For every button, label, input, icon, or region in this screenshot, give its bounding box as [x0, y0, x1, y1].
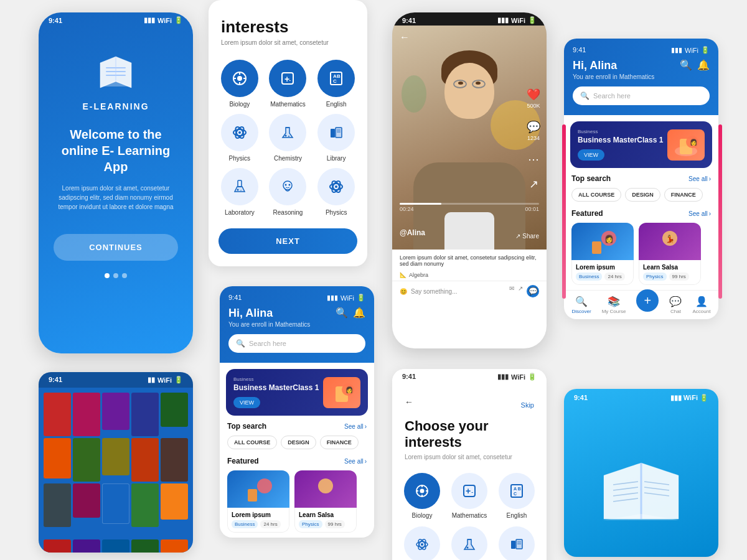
status-time-1: 9:41 [49, 17, 62, 24]
svg-point-47 [257, 478, 272, 493]
app-status-bar-5: 9:41 ▮▮▮ WiFi 🔋 [228, 294, 365, 302]
status-icons-3: ▮▮▮ WiFi 🔋 [497, 16, 537, 24]
tag-finance[interactable]: FINANCE [664, 188, 703, 202]
featured-header: Featured See all › [571, 209, 711, 218]
choose-chem[interactable]: Chemistry [449, 526, 489, 560]
card1-tag: Business [576, 273, 602, 281]
search-bar-5[interactable]: 🔍 Search here [228, 334, 365, 353]
subject-item-reasoning[interactable]: Reasoning [267, 168, 309, 216]
choose-physics[interactable]: Physics [402, 526, 442, 560]
subject-item-physics[interactable]: Physics [218, 114, 261, 162]
bell-icon-5[interactable]: 🔔 [353, 307, 365, 319]
subject-item-physics2[interactable]: Physics [315, 168, 357, 216]
tag-design[interactable]: DESIGN [625, 188, 660, 202]
tag-all-course[interactable]: ALL COURSE [571, 188, 621, 202]
signal-icon-5: ▮▮▮ [327, 294, 338, 302]
nav-add-button[interactable]: + [636, 289, 659, 312]
choose-label-eng: English [507, 512, 527, 519]
tag-finance-5[interactable]: FINANCE [320, 436, 359, 449]
subject-item-english[interactable]: A B C English [315, 60, 357, 108]
choose-icon-bio [404, 473, 440, 509]
book-6 [44, 438, 71, 478]
svg-rect-20 [331, 129, 335, 138]
see-all-top-search[interactable]: See all › [688, 175, 711, 182]
book-9 [131, 438, 159, 482]
like-action[interactable]: ❤️ 500K [527, 88, 540, 109]
svg-point-27 [283, 181, 292, 190]
card2-title: Learn Salsa [643, 264, 697, 271]
comment-action[interactable]: 💬 1234 [527, 120, 540, 141]
choose-icon-math: + - [451, 473, 487, 509]
share-arrow-icon: ↗ [515, 233, 520, 240]
nav-chat[interactable]: 💬 Chat [669, 296, 682, 314]
see-all-5[interactable]: See all› [344, 423, 367, 430]
chat-bubble-icon[interactable]: 💬 [527, 285, 539, 297]
featured-hdr-5: Featured See all› [227, 457, 367, 465]
choose-biology[interactable]: Biology [402, 473, 442, 519]
nav-account[interactable]: 👤 Account [693, 296, 711, 314]
video-share-btn[interactable]: ↗ Share [515, 233, 539, 240]
tag-design-5[interactable]: DESIGN [281, 436, 316, 449]
next-button[interactable]: NEXT [218, 228, 357, 254]
featured-card-1[interactable]: 👩 Lorem ipsum Business 24 hrs [571, 223, 634, 285]
choose-english[interactable]: A B C English [497, 473, 537, 519]
card1-image: 👩 [571, 223, 634, 260]
choose-math[interactable]: + - Mathematics [449, 473, 489, 519]
dot-1 [105, 273, 110, 278]
featured-card-2[interactable]: 💃 Learn Salsa Physics 99 hrs [639, 223, 701, 285]
banner-view-button[interactable]: VIEW [578, 149, 604, 161]
choose-back-btn[interactable]: ← [405, 397, 413, 407]
tag-all-5[interactable]: ALL COURSE [227, 436, 277, 449]
video-user-label: @Alina [400, 228, 425, 237]
feat-card-5-1[interactable]: Lorem ipsum Business 24 hrs [227, 470, 289, 533]
svg-text:👩: 👩 [345, 386, 354, 394]
battery-icon: 🔋 [174, 16, 183, 24]
search-icon-5[interactable]: 🔍 [336, 307, 348, 319]
subject-item-biology[interactable]: Biology [218, 60, 261, 108]
say-something-bar[interactable]: 😊 Say something... ✉ ↗ 💬 [392, 281, 547, 301]
card5-2-tags: Physics 99 hrs [299, 520, 352, 528]
subject-label-laboratory: Laboratory [225, 209, 255, 216]
search-bar[interactable]: 🔍 Search here [573, 86, 710, 105]
phone7-status: 9:41 ▮▮▮ WiFi 🔋 [392, 369, 547, 385]
video-back-button[interactable]: ← [400, 32, 410, 43]
nav-my-course[interactable]: 📚 My Course [602, 296, 626, 314]
book-13 [102, 483, 129, 524]
share-action[interactable]: ↗ [529, 177, 538, 191]
header-actions: 🔍 🔔 [680, 59, 710, 71]
subject-item-library[interactable]: Library [315, 114, 357, 162]
subject-item-chemistry[interactable]: Chemistry [267, 114, 309, 162]
svg-point-25 [237, 189, 238, 191]
phone-elearning-splash: 9:41 ▮▮▮ WiFi 🔋 E-LEARNING Welcome to th… [39, 12, 193, 353]
progress-bg [400, 203, 539, 205]
phone-choose-interests: 9:41 ▮▮▮ WiFi 🔋 ← Skip Choose your inter… [392, 369, 547, 560]
see-all-feat-5[interactable]: See all› [344, 458, 367, 465]
skip-btn[interactable]: Skip [521, 401, 534, 409]
search-icon-header[interactable]: 🔍 [680, 59, 692, 71]
battery-icon-4: 🔋 [701, 46, 710, 54]
banner-btn-5[interactable]: VIEW [233, 397, 260, 408]
card5-2-hrs: 99 hrs [325, 520, 345, 528]
featured-section: Featured See all › 👩 Lorem ipsum [564, 204, 718, 290]
banner-text-5: Business Business MasterClass 1 VIEW [233, 376, 319, 408]
phone8-book-area [564, 407, 718, 531]
nav-discover[interactable]: 🔍 Discover [572, 296, 591, 314]
top-search-hdr-5: Top search See all› [227, 422, 367, 431]
left-strip [562, 124, 566, 299]
say-something-icon: 😊 [400, 288, 407, 295]
app-title-label: E-LEARNING [82, 101, 149, 111]
see-all-featured[interactable]: See all › [688, 210, 711, 217]
card1-title: Lorem ipsum [576, 264, 629, 271]
subject-item-laboratory[interactable]: Laboratory [218, 168, 261, 216]
feat-card-5-2[interactable]: Learn Salsa Physics 99 hrs [294, 470, 357, 533]
choose-lib[interactable]: Library [497, 526, 537, 560]
continues-button[interactable]: CONTINUES [54, 234, 178, 261]
svg-point-1 [237, 76, 242, 81]
share-sm-icon[interactable]: ↗ [518, 285, 523, 297]
more-action[interactable]: ⋯ [528, 152, 539, 166]
svg-text:💃: 💃 [665, 234, 675, 243]
mail-icon[interactable]: ✉ [509, 285, 514, 297]
subject-item-mathematics[interactable]: + - Mathematics [267, 60, 309, 108]
app-status-bar: 9:41 ▮▮▮ WiFi 🔋 [573, 46, 710, 54]
bell-icon[interactable]: 🔔 [697, 59, 710, 71]
